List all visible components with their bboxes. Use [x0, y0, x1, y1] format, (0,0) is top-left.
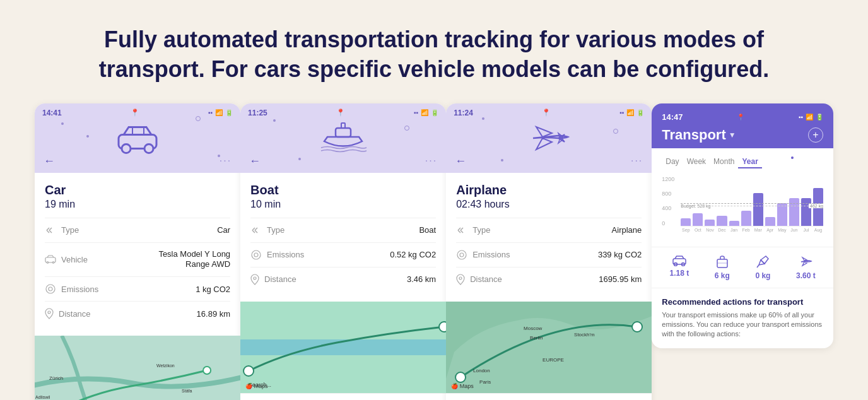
boat-more-icon[interactable]: ··· [425, 155, 437, 167]
boat-duration: 10 min [250, 199, 436, 210]
svg-rect-43 [673, 259, 686, 264]
svg-text:Moscow: Moscow [524, 326, 542, 331]
boat-type-value: Boat [419, 225, 436, 235]
airplane-card: 11:24 📍 ▪▪📶🔋 ← ··· [446, 103, 652, 400]
vehicle-summary: 1.18 t 6 kg 0 kg [652, 247, 833, 288]
boat-type-icon [250, 225, 262, 236]
dashboard-add-button[interactable]: + [808, 127, 823, 143]
summary-airplane-value: 3.60 t [796, 271, 816, 280]
boat-type-row: Type Boat [250, 218, 436, 242]
tab-day[interactable]: Day [662, 156, 683, 168]
boat-apple-icon: 🍎 [245, 383, 252, 389]
chart-bar-jul [801, 198, 811, 226]
distance-icon [45, 308, 54, 319]
car-card-body: Car 19 min Type Car Vehicle Tesla Model … [35, 173, 240, 336]
airplane-card-body: Airplane 02:43 hours Type Airplane Emiss… [446, 173, 652, 302]
airplane-icon [524, 119, 574, 157]
boat-status-icons: ▪▪📶🔋 [414, 109, 438, 116]
svg-text:London: London [473, 368, 490, 374]
boat-icon [318, 119, 368, 157]
chart-x-label-feb: Feb [741, 228, 751, 232]
svg-point-32 [459, 277, 462, 279]
svg-point-27 [439, 322, 446, 332]
tab-year[interactable]: Year [738, 156, 761, 168]
boat-card: 11:25 📍 ▪▪📶🔋 ← ··· [240, 103, 446, 400]
boat-back-icon[interactable]: ← [249, 155, 261, 168]
chart-x-label-sep: Sep [681, 228, 691, 232]
rec-title: Recommended actions for transport [662, 297, 823, 307]
car-duration: 19 min [45, 199, 230, 210]
chart-bar-nov [705, 220, 715, 226]
chart-bar-oct [693, 213, 703, 226]
airplane-back-icon[interactable]: ← [455, 155, 466, 168]
svg-point-9 [49, 287, 52, 291]
boat-map: Search... 🍎 Maps [240, 302, 446, 393]
car-map: Zürich Adliswil Wetzikon Stäfa 🍎 Maps [35, 336, 240, 400]
boat-distance-icon [250, 274, 259, 285]
chart-tabs: Day Week Month Year [662, 156, 823, 168]
airplane-status-icons: ▪▪📶🔋 [619, 109, 644, 116]
svg-point-30 [457, 250, 466, 259]
boat-map-label: 🍎 Maps [245, 383, 268, 389]
svg-text:Adliswil: Adliswil [35, 395, 50, 399]
svg-text:Berlin: Berlin [530, 335, 542, 341]
svg-point-8 [46, 285, 55, 293]
dashboard-status-icons: ▪▪📶🔋 [799, 114, 823, 121]
car-location-icon: 📍 [131, 109, 139, 117]
car-card-header: 14:41 📍 ▪▪📶🔋 ← ··· [35, 103, 240, 173]
svg-point-20 [252, 250, 261, 259]
boat-time: 11:25 [248, 109, 267, 117]
boat-nav: ← ··· [240, 155, 446, 168]
tab-month[interactable]: Month [710, 156, 738, 168]
dashboard-header: 14:47 📍 ▪▪📶🔋 Transport ▼ + [652, 103, 833, 148]
car-back-icon[interactable]: ← [44, 155, 55, 168]
boat-card-header: 11:25 📍 ▪▪📶🔋 ← ··· [240, 103, 446, 173]
boat-distance-row: Distance 3.46 km [250, 267, 436, 291]
budget-label: Budget: 528 kg [681, 204, 712, 208]
car-vehicle-row: Vehicle Tesla Model Y Long Range AWD [45, 242, 230, 277]
dashboard-nav-icon: 📍 [737, 114, 744, 121]
svg-point-13 [203, 367, 211, 374]
boat-emissions-row: Emissions 0.52 kg CO2 [250, 242, 436, 267]
chart-x-label-aug: Aug [813, 228, 823, 232]
airplane-map: London Berlin Stockh'm Paris EUROPE Mosc… [446, 302, 652, 393]
budget-value-right: 462 kg [809, 204, 823, 208]
chart-x-label-nov: Nov [705, 228, 715, 232]
svg-point-21 [254, 253, 258, 257]
airplane-card-header: 11:24 📍 ▪▪📶🔋 ← ··· [446, 103, 652, 173]
svg-point-34 [455, 372, 466, 382]
airplane-distance-value: 1695.95 km [599, 274, 642, 284]
chart-bar-jan [729, 221, 739, 226]
car-status-icons: ▪▪📶🔋 [208, 109, 233, 116]
airplane-type-value: Airplane [612, 225, 642, 235]
chart-x-label-apr: Apr [765, 228, 775, 232]
chart-x-label-jul: Jul [801, 228, 811, 232]
svg-line-48 [757, 265, 759, 268]
summary-airplane-icon [799, 255, 812, 269]
airplane-more-icon[interactable]: ··· [631, 155, 643, 167]
boat-emissions-value: 0.52 kg CO2 [390, 250, 436, 259]
airplane-location-icon: 📍 [542, 109, 551, 117]
airplane-time: 11:24 [454, 109, 473, 117]
airplane-duration: 02:43 hours [456, 199, 642, 210]
car-title: Car [45, 183, 230, 197]
boat-distance-value: 3.46 km [407, 274, 436, 284]
chart-y-labels: 1200 800 400 0 [662, 176, 679, 226]
emissions-icon [45, 283, 56, 295]
chart-bar-sep [681, 218, 691, 226]
rec-text: Your transport emissions make up 60% of … [662, 310, 823, 339]
summary-suitcase-icon [716, 255, 729, 269]
cards-container: 14:41 📍 ▪▪📶🔋 ← ··· [0, 103, 868, 400]
svg-text:Wetzikon: Wetzikon [156, 363, 175, 368]
dashboard-dropdown-icon[interactable]: ▼ [729, 131, 736, 139]
car-more-icon[interactable]: ··· [220, 155, 232, 167]
airplane-emissions-row: Emissions 339 kg CO2 [456, 242, 642, 267]
dashboard-title: Transport [662, 127, 725, 143]
airplane-distance-row: Distance 1695.95 km [456, 267, 642, 291]
svg-point-22 [254, 277, 256, 279]
vehicle-item-airplane: 3.60 t [796, 255, 816, 280]
tab-week[interactable]: Week [683, 156, 710, 168]
hero-text: Fully automated transportation tracking … [0, 0, 868, 103]
dashboard-time: 14:47 [662, 112, 683, 122]
svg-text:Paris: Paris [479, 379, 491, 385]
